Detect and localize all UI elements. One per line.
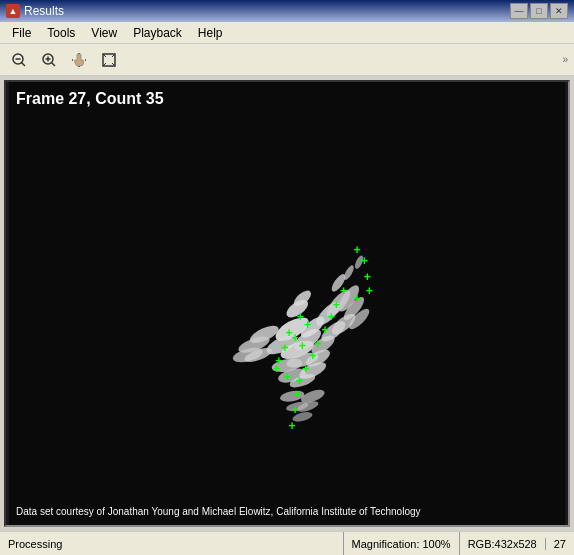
svg-text:+: +	[361, 254, 368, 268]
app-icon: ▲	[6, 4, 20, 18]
svg-text:+: +	[340, 284, 347, 298]
menu-bar: File Tools View Playback Help	[0, 22, 574, 44]
svg-text:+: +	[304, 318, 311, 332]
menu-file[interactable]: File	[4, 22, 39, 43]
svg-text:+: +	[353, 293, 360, 307]
svg-rect-8	[9, 82, 565, 525]
svg-text:+: +	[322, 323, 329, 337]
menu-tools[interactable]: Tools	[39, 22, 83, 43]
svg-text:+: +	[353, 243, 360, 257]
fit-icon	[101, 52, 117, 68]
svg-text:+: +	[309, 349, 316, 363]
svg-text:+: +	[297, 310, 304, 324]
image-frame: Frame 27, Count 35	[4, 80, 570, 527]
menu-help[interactable]: Help	[190, 22, 231, 43]
content-area: Frame 27, Count 35	[0, 76, 574, 531]
window-controls: — □ ✕	[510, 3, 568, 19]
svg-line-4	[52, 62, 56, 66]
svg-text:+: +	[328, 310, 335, 324]
frame-label: Frame 27, Count 35	[16, 90, 164, 108]
title-bar: ▲ Results — □ ✕	[0, 0, 574, 22]
svg-text:+: +	[302, 362, 309, 376]
zoom-in-icon	[41, 52, 57, 68]
svg-text:+: +	[283, 370, 290, 384]
svg-text:+: +	[289, 419, 296, 433]
minimize-button[interactable]: —	[510, 3, 528, 19]
toolbar: »	[0, 44, 574, 76]
rgb-status: RGB:432x528	[460, 538, 545, 550]
processing-status: Processing	[0, 538, 343, 550]
pan-icon	[71, 52, 87, 68]
toolbar-overflow-arrow[interactable]: »	[562, 54, 568, 65]
window-title: Results	[24, 4, 64, 18]
pan-button[interactable]	[66, 48, 92, 72]
svg-text:+: +	[366, 284, 373, 298]
zoom-in-button[interactable]	[36, 48, 62, 72]
svg-text:+: +	[281, 341, 288, 355]
svg-line-1	[22, 62, 26, 66]
svg-text:+: +	[273, 362, 280, 376]
title-bar-left: ▲ Results	[6, 4, 64, 18]
zoom-out-icon	[11, 52, 27, 68]
menu-view[interactable]: View	[83, 22, 125, 43]
image-caption: Data set courtesy of Jonathan Young and …	[16, 506, 421, 517]
zoom-out-button[interactable]	[6, 48, 32, 72]
svg-text:+: +	[292, 331, 299, 345]
menu-playback[interactable]: Playback	[125, 22, 190, 43]
frame-number-status: 27	[545, 538, 574, 550]
svg-text:+: +	[296, 374, 303, 388]
status-bar: Processing Magnification: 100% RGB:432x5…	[0, 531, 574, 555]
close-button[interactable]: ✕	[550, 3, 568, 19]
magnification-status: Magnification: 100%	[344, 538, 459, 550]
bird-visualization: + + + + + + + + + + + + + + + + + + + + …	[6, 82, 568, 525]
svg-text:+: +	[299, 339, 306, 353]
fit-window-button[interactable]	[96, 48, 122, 72]
svg-text:+: +	[364, 270, 371, 284]
maximize-button[interactable]: □	[530, 3, 548, 19]
svg-text:+: +	[292, 403, 299, 417]
svg-text:+: +	[294, 388, 301, 402]
